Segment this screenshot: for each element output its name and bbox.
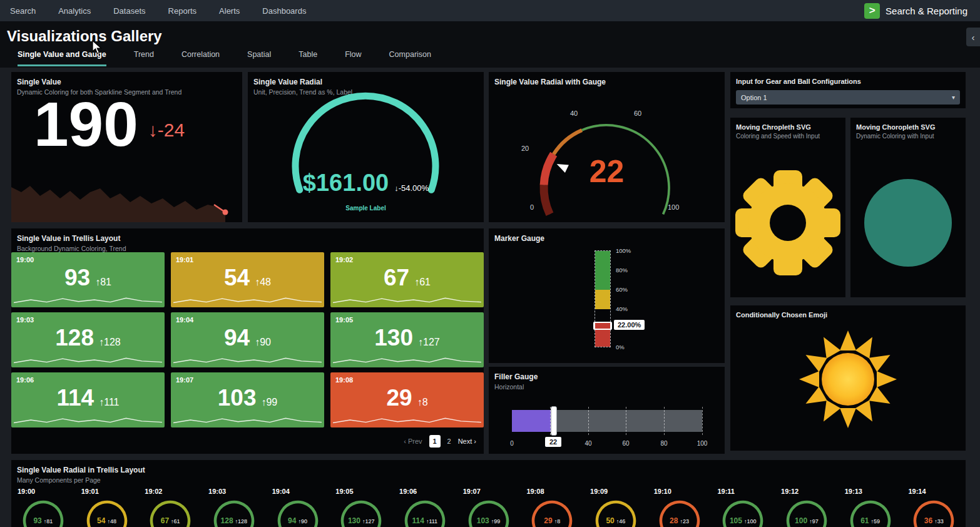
marker-tick-100: 100% (616, 247, 631, 254)
splunk-logo-icon[interactable]: > (864, 3, 880, 19)
trellis-tile[interactable]: 19:01 54↑48 (171, 252, 324, 307)
radial-gauge-arc (248, 72, 484, 222)
radial-trellis-item: 19:13 61↑59 (839, 488, 902, 527)
gridline-40 (588, 407, 589, 435)
gridline-80 (664, 407, 665, 435)
tile-trend-value: 61 (419, 277, 431, 287)
trellis-tile[interactable]: 19:02 67↑61 (330, 252, 484, 307)
radial-trellis-item: 19:07 103↑99 (457, 488, 521, 527)
top-nav: Search Analytics Datasets Reports Alerts… (0, 0, 980, 21)
mini-radial-gauge: 94↑90 (276, 499, 320, 527)
tab-trend[interactable]: Trend (134, 50, 154, 66)
filler-tick-80: 80 (660, 440, 667, 447)
config-option-select[interactable]: Option 1 ▾ (736, 90, 960, 105)
item-trend-value: 8 (557, 518, 560, 524)
tile-time: 19:05 (335, 316, 353, 324)
marker-gauge-marker[interactable] (593, 322, 612, 330)
panel-title: Marker Gauge (489, 228, 725, 243)
pagination-page-1[interactable]: 1 (429, 435, 441, 448)
filler-gauge-handle[interactable] (551, 406, 557, 436)
nav-item-analytics[interactable]: Analytics (58, 6, 91, 16)
tile-trend: ↑90 (255, 337, 271, 348)
panel-title: Input for Gear and Ball Configurations (730, 72, 966, 85)
tile-trend-value: 81 (100, 277, 111, 287)
panel-single-value-radial: Single Value Radial Unit, Precision, Tre… (248, 72, 484, 222)
panel-subtitle: Horizontal (489, 381, 725, 391)
mini-radial-gauge: 28↑23 (658, 499, 702, 527)
tile-trend-value: 90 (260, 337, 271, 347)
item-value: 67 (161, 516, 169, 525)
filler-tick-0: 0 (510, 440, 514, 447)
item-value: 103 (477, 516, 489, 525)
tab-single-value-and-gauge[interactable]: Single Value and Gauge (18, 50, 106, 66)
tab-flow[interactable]: Flow (345, 50, 361, 66)
tile-value: 29 (386, 386, 412, 409)
trellis-tile[interactable]: 19:04 94↑90 (171, 312, 324, 367)
panel-subtitle: Background Dynamic Coloring, Trend (11, 243, 484, 252)
panel-title: Filler Gauge (489, 367, 725, 381)
radial-trellis-row: 19:00 93↑81 19:01 54↑48 19:02 67↑61 19:0… (11, 488, 966, 527)
collapse-panel-button[interactable]: ‹ (966, 28, 980, 46)
item-time: 19:00 (11, 488, 75, 496)
tile-time: 19:02 (335, 256, 353, 264)
mini-radial-gauge: 36↑33 (912, 499, 956, 527)
panel-emoji: Conditionally Chosen Emoji (730, 305, 966, 451)
nav-item-search[interactable]: Search (10, 6, 36, 16)
trellis-tile[interactable]: 19:06 114↑111 (11, 372, 165, 427)
tile-value: 130 (374, 326, 413, 349)
tile-sparkline (333, 414, 481, 426)
item-value: 28 (670, 516, 678, 525)
panel-radial-trellis: Single Value Radial in Trellis Layout Ma… (11, 460, 966, 527)
mini-radial-gauge: 103↑99 (467, 499, 511, 527)
tab-correlation[interactable]: Correlation (181, 50, 220, 66)
pagination-next[interactable]: Next › (458, 437, 476, 445)
filler-tick-40: 40 (584, 440, 591, 447)
trend-value: -54.00% (399, 183, 429, 193)
nav-item-alerts[interactable]: Alerts (219, 6, 240, 16)
radial-trellis-item: 19:09 50↑46 (584, 488, 648, 527)
tile-trend: ↑128 (99, 337, 121, 348)
marker-gauge-yellow-segment (595, 290, 610, 309)
panel-gear: Moving Chropleth SVG Coloring and Speed … (730, 118, 845, 297)
trellis-tile[interactable]: 19:05 130↑127 (330, 312, 484, 367)
tile-trend: ↑48 (255, 277, 271, 288)
item-value: 50 (606, 516, 614, 525)
item-value: 128 (221, 516, 233, 525)
tile-value: 128 (55, 326, 94, 349)
tile-trend-value: 128 (104, 337, 121, 347)
pagination-page-2[interactable]: 2 (447, 437, 451, 445)
marker-gauge-value-label: 22.00% (614, 320, 645, 330)
trellis-tile[interactable]: 19:08 29↑8 (330, 372, 484, 427)
trellis-tile[interactable]: 19:07 103↑99 (171, 372, 324, 427)
tab-bar: Single Value and Gauge Trend Correlation… (18, 50, 431, 66)
sun-emoji-icon (730, 305, 966, 451)
panel-radial-with-gauge: Single Value Radial with Gauge 22 0 20 4… (489, 72, 725, 222)
logo-chevron-icon: > (869, 4, 875, 17)
pagination-prev[interactable]: ‹ Prev (404, 437, 422, 445)
tile-value: 94 (224, 326, 250, 349)
filler-tick-100: 100 (697, 440, 708, 447)
trellis-tile[interactable]: 19:03 128↑128 (11, 312, 165, 367)
gauge-tick-60: 60 (634, 110, 641, 117)
radial-trellis-item: 19:10 28↑23 (648, 488, 712, 527)
tile-trend-value: 48 (260, 277, 271, 287)
trellis-grid: 19:00 93↑81 19:01 54↑48 19:02 67↑61 19:0… (11, 252, 484, 427)
tab-comparison[interactable]: Comparison (389, 50, 431, 66)
nav-item-dashboards[interactable]: Dashboards (262, 6, 306, 16)
up-arrow-icon: ↑ (99, 397, 104, 407)
up-arrow-icon: ↑ (95, 277, 100, 287)
marker-tick-40: 40% (616, 305, 628, 312)
tile-sparkline (14, 414, 162, 426)
nav-item-datasets[interactable]: Datasets (113, 6, 145, 16)
mini-radial-gauge: 61↑59 (849, 499, 892, 527)
tab-spatial[interactable]: Spatial (247, 50, 271, 66)
item-time: 19:03 (202, 488, 266, 496)
tile-trend-value: 99 (266, 397, 277, 407)
trellis-tile[interactable]: 19:00 93↑81 (11, 252, 165, 307)
radial-trellis-item: 19:02 67↑61 (138, 488, 202, 527)
tile-trend: ↑111 (99, 397, 119, 408)
panel-ball: Moving Choropleth SVG Dynamic Coloring w… (850, 118, 966, 297)
tab-table[interactable]: Table (299, 50, 317, 66)
nav-item-reports[interactable]: Reports (168, 6, 197, 16)
trend-indicator: ↓-24 (148, 120, 185, 141)
